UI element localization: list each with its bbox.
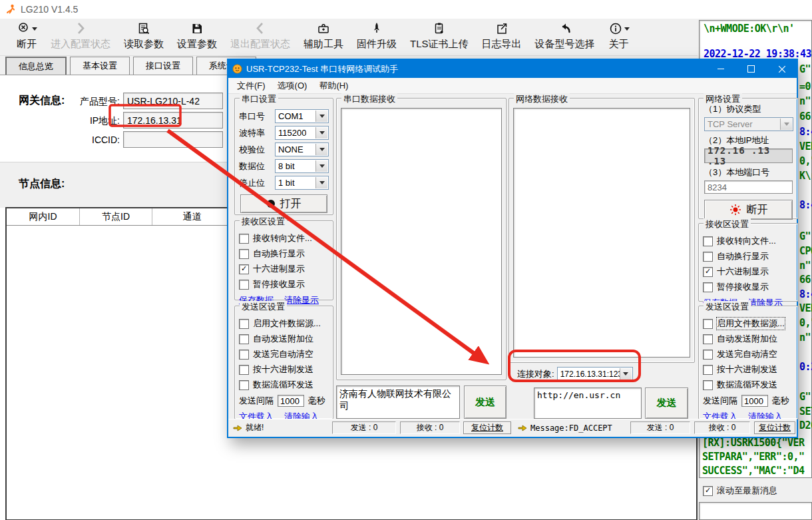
com-port-select[interactable]: COM1 <box>275 109 329 123</box>
data-bits-select[interactable]: 8 bit <box>275 159 329 173</box>
checkbox[interactable] <box>239 334 249 344</box>
serial-send-button[interactable]: 发送 <box>464 386 507 419</box>
open-serial-button[interactable]: 打开 <box>240 194 327 213</box>
serial-recv-area[interactable] <box>341 108 502 375</box>
checkbox-option[interactable]: 自动发送附加位 <box>239 333 330 345</box>
close-button[interactable] <box>767 60 797 78</box>
maximize-button[interactable] <box>736 60 766 78</box>
connect-target-select[interactable]: 172.16.13.31:1234 <box>557 367 633 381</box>
toolbar-device-model-button[interactable]: 设备型号选择 <box>528 19 602 51</box>
baud-rate-select[interactable]: 115200 <box>275 126 329 140</box>
local-port-input[interactable]: 8234 <box>704 180 793 194</box>
dropdown-arrow-icon[interactable] <box>315 160 327 172</box>
group-title: 发送区设置 <box>240 301 287 313</box>
parity-select[interactable]: NONE <box>275 142 329 156</box>
checkbox[interactable] <box>703 365 713 375</box>
checkbox[interactable] <box>703 350 713 360</box>
toolbar-read-params-button[interactable]: 读取参数 <box>117 19 170 51</box>
checkbox-option[interactable]: 按十六进制发送 <box>703 364 795 376</box>
tab-info-overview[interactable]: 信息总览 <box>5 57 67 77</box>
checkbox[interactable] <box>703 380 713 390</box>
checkbox[interactable] <box>239 234 249 244</box>
dropdown-arrow-icon <box>780 119 792 130</box>
checkbox-option[interactable]: 自动换行显示 <box>703 250 795 262</box>
network-send-input[interactable]: http://en.usr.cn <box>534 388 642 419</box>
dropdown-arrow-icon[interactable] <box>315 177 327 188</box>
toolbar-set-params-button[interactable]: 设置参数 <box>170 19 224 51</box>
toolbar-label: 固件升级 <box>357 38 397 51</box>
minimize-button[interactable] <box>706 60 735 78</box>
toolbar-aux-tools-button[interactable]: 辅助工具 <box>297 19 350 51</box>
checkbox[interactable] <box>239 350 249 360</box>
network-reset-count-button[interactable]: 复位计数 <box>754 421 795 434</box>
dropdown-caret-icon[interactable] <box>624 27 630 31</box>
menu-options[interactable]: 选项(O) <box>273 79 312 93</box>
checkbox-label: 十六进制显示 <box>253 263 305 275</box>
tab-basic-settings[interactable]: 基本设置 <box>70 57 130 75</box>
checkbox-option[interactable]: 数据流循环发送 <box>239 379 330 391</box>
checkbox[interactable] <box>239 365 249 375</box>
serial-send-input[interactable]: 济南有人物联网技术有限公司 <box>336 386 460 419</box>
toolbar-log-export-button[interactable]: 日志导出 <box>475 19 528 51</box>
checkbox-label: 数据流循环发送 <box>253 379 313 391</box>
app-titlebar: LG210 V1.4.5 <box>0 0 812 19</box>
toolbar-about-button[interactable]: 关于 <box>602 19 636 51</box>
checkbox-option[interactable]: 自动换行显示 <box>239 248 330 260</box>
checkbox[interactable] <box>703 252 713 262</box>
checkbox-option[interactable]: 接收转向文件... <box>703 235 795 247</box>
checkbox-option[interactable]: 暂停接收显示 <box>239 278 330 290</box>
send-interval-input[interactable]: 1000 <box>278 395 304 407</box>
dropdown-arrow-icon[interactable] <box>315 111 327 122</box>
scroll-to-latest-option[interactable]: ✓ 滚动至最新消息 <box>703 485 777 497</box>
checkbox-option[interactable]: 按十六进制发送 <box>239 364 330 376</box>
checkbox[interactable]: ✓ <box>239 264 249 274</box>
dropdown-arrow-icon[interactable] <box>315 144 327 155</box>
column-header[interactable]: 通道 <box>152 208 232 225</box>
checkbox-option[interactable]: 暂停接收显示 <box>703 281 795 293</box>
network-recv-area[interactable] <box>513 108 690 358</box>
checkbox-option[interactable]: 发送完自动清空 <box>703 348 795 360</box>
menu-help[interactable]: 帮助(H) <box>314 79 353 93</box>
log-fragment: 66 <box>799 111 811 123</box>
menu-file[interactable]: 文件(F) <box>232 79 270 93</box>
checkbox-option[interactable]: 启用文件数据源... <box>239 318 330 330</box>
serial-reset-count-button[interactable]: 复位计数 <box>463 421 511 434</box>
log-fragment: 8:44 <box>799 288 812 300</box>
checkbox-option[interactable]: ✓十六进制显示 <box>239 263 330 275</box>
checkbox-option[interactable]: 接收转向文件... <box>239 232 330 244</box>
network-send-button[interactable]: 发送 <box>645 388 688 419</box>
network-disconnect-button[interactable]: 断开 <box>704 200 793 220</box>
dropdown-arrow-icon[interactable] <box>620 368 632 380</box>
checkbox-option[interactable]: 数据流循环发送 <box>703 379 795 391</box>
checkbox[interactable] <box>239 249 249 259</box>
toolbar-disconnect-button[interactable]: 断开 <box>9 19 44 51</box>
checkbox[interactable] <box>239 280 249 290</box>
checkbox[interactable] <box>239 319 249 329</box>
send-interval-input[interactable]: 1000 <box>741 395 768 407</box>
stop-bits-select[interactable]: 1 bit <box>275 176 329 190</box>
toolbar-tls-upload-button[interactable]: TLS证书上传 <box>403 19 475 51</box>
log-send-input[interactable] <box>699 502 812 520</box>
toolbar-exit-config-button[interactable]: 退出配置状态 <box>224 19 297 51</box>
tab-interface-settings[interactable]: 接口设置 <box>133 57 193 75</box>
checkbox[interactable] <box>239 380 249 390</box>
checkbox[interactable] <box>703 282 713 292</box>
toolbar-firmware-upgrade-button[interactable]: 固件升级 <box>350 19 403 51</box>
column-header[interactable]: 节点ID <box>80 208 152 225</box>
checkbox[interactable] <box>703 236 713 246</box>
log-fragment: n", <box>799 260 812 272</box>
dropdown-caret-icon[interactable] <box>32 27 37 31</box>
clear-display-link[interactable]: 清除显示 <box>284 294 319 306</box>
checkbox[interactable] <box>703 319 713 329</box>
checkbox-option[interactable]: 发送完自动清空 <box>239 348 330 360</box>
log-fragment: VER <box>799 302 812 314</box>
checkbox-option[interactable]: 自动发送附加位 <box>703 333 795 345</box>
checkbox[interactable] <box>703 334 713 344</box>
scroll-to-latest-checkbox[interactable]: ✓ <box>703 486 713 496</box>
dropdown-arrow-icon[interactable] <box>315 127 327 138</box>
checkbox[interactable]: ✓ <box>703 267 713 277</box>
toolbar-enter-config-button[interactable]: 进入配置状态 <box>44 19 117 51</box>
column-header[interactable]: 网内ID <box>7 208 80 225</box>
checkbox-option[interactable]: 启用文件数据源... <box>703 318 795 330</box>
checkbox-option[interactable]: ✓十六进制显示 <box>703 266 795 278</box>
